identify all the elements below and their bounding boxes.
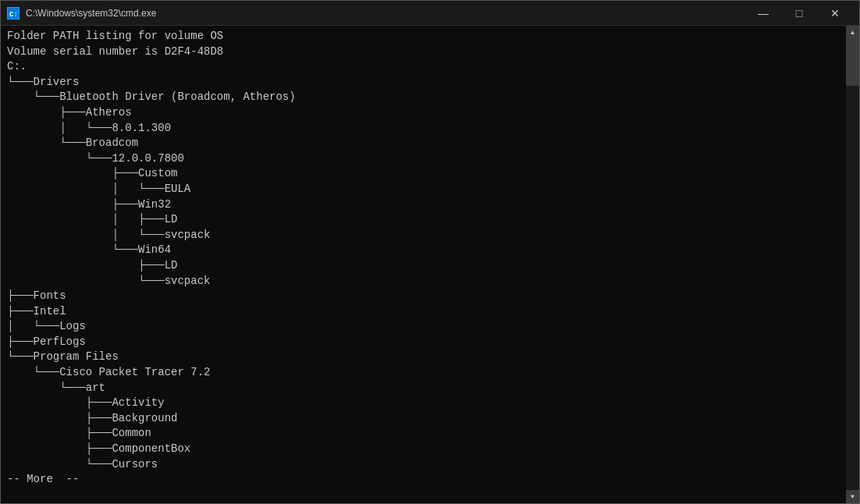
window-icon: C:\ xyxy=(7,7,20,20)
terminal-output[interactable]: Folder PATH listing for volume OS Volume… xyxy=(1,26,846,503)
window-title: C:\Windows\system32\cmd.exe xyxy=(26,8,745,19)
scroll-down-button[interactable]: ▼ xyxy=(846,490,859,503)
svg-text:C:\: C:\ xyxy=(9,11,19,19)
minimize-button[interactable]: — xyxy=(745,1,781,26)
window-controls: — □ ✕ xyxy=(745,1,853,26)
scrollbar-track[interactable] xyxy=(846,39,859,490)
close-button[interactable]: ✕ xyxy=(817,1,853,26)
cmd-window: C:\ C:\Windows\system32\cmd.exe — □ ✕ Fo… xyxy=(0,0,860,504)
scroll-up-button[interactable]: ▲ xyxy=(846,26,859,39)
title-bar: C:\ C:\Windows\system32\cmd.exe — □ ✕ xyxy=(1,1,859,26)
scrollbar[interactable]: ▲ ▼ xyxy=(846,26,859,503)
content-area: Folder PATH listing for volume OS Volume… xyxy=(1,26,859,503)
scrollbar-thumb[interactable] xyxy=(846,39,859,86)
maximize-button[interactable]: □ xyxy=(781,1,817,26)
